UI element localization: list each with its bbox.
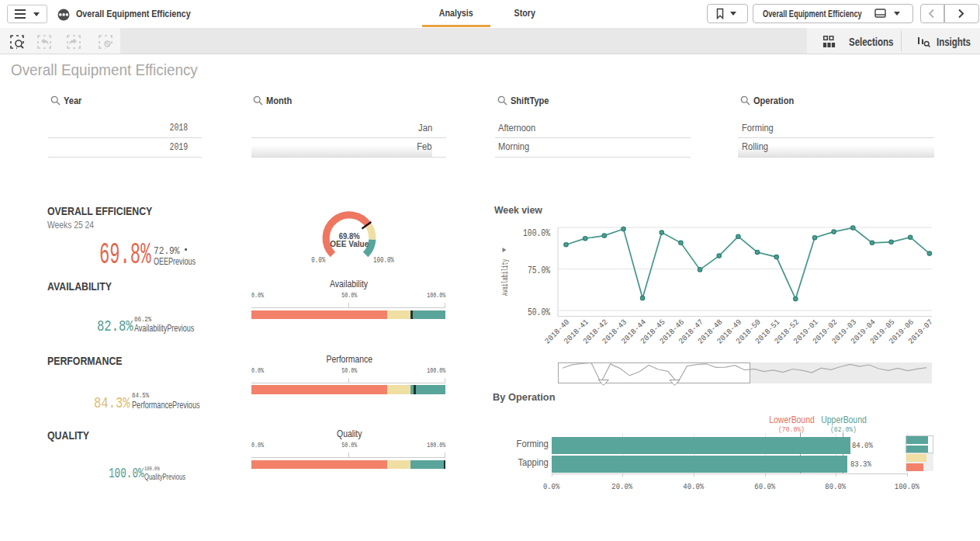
svg-text:100.0%: 100.0% [523, 228, 551, 239]
svg-text:75.0%: 75.0% [528, 265, 551, 276]
svg-text:Availability: Availability [500, 258, 510, 296]
svg-text:50.0%: 50.0% [528, 307, 551, 318]
